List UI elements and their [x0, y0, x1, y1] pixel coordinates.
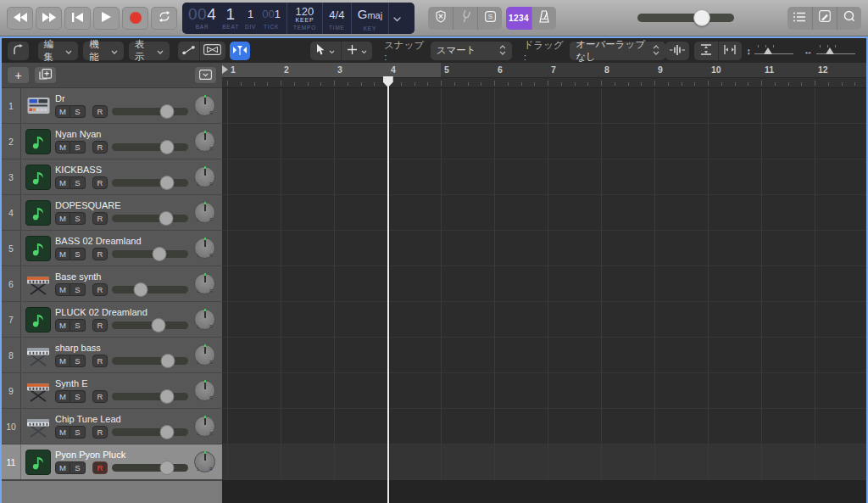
lane-area[interactable]: 123456789101112 [222, 63, 866, 503]
lane-row[interactable] [222, 124, 866, 159]
vertical-auto-zoom-button[interactable] [694, 42, 718, 60]
rewind-button[interactable] [7, 7, 33, 30]
mute-button[interactable]: M [55, 319, 70, 332]
horizontal-auto-zoom-button[interactable] [718, 42, 742, 60]
record-enable-button[interactable]: R [92, 212, 108, 225]
fast-forward-button[interactable] [36, 7, 62, 30]
vertical-zoom-slider[interactable] [754, 43, 798, 59]
pan-knob[interactable]: L R [194, 273, 215, 294]
playhead-line[interactable] [387, 76, 389, 503]
lane-row[interactable] [222, 159, 866, 195]
lcd-key[interactable]: Gmaj KEY [351, 3, 388, 34]
solo-button[interactable]: S [70, 319, 86, 332]
pan-knob[interactable]: L R [194, 451, 215, 472]
record-enable-button[interactable]: R [92, 105, 108, 118]
track-volume-slider[interactable] [112, 428, 188, 436]
solo-button[interactable]: S [70, 461, 86, 474]
solo-button[interactable]: S [70, 248, 86, 260]
record-enable-button[interactable]: R [92, 426, 108, 439]
track-volume-thumb[interactable] [159, 211, 173, 226]
pan-knob[interactable]: L R [194, 416, 215, 437]
lane-row[interactable] [222, 373, 866, 409]
track-volume-thumb[interactable] [159, 140, 174, 154]
record-enable-button[interactable]: R [92, 355, 108, 367]
track-row[interactable]: 4 DOPESQUARE M S R L R [2, 195, 222, 231]
track-volume-slider[interactable] [112, 286, 188, 293]
menu-functions[interactable]: 機能 [83, 42, 124, 60]
solo-button[interactable]: S [70, 212, 86, 225]
solo-button[interactable]: S [70, 390, 86, 403]
vertical-zoom-thumb[interactable] [764, 48, 772, 54]
mute-button[interactable]: M [55, 283, 70, 296]
track-volume-thumb[interactable] [134, 282, 148, 297]
track-row[interactable]: 7 PLUCK 02 Dreamland M S R L R [2, 302, 222, 338]
track-header-options-button[interactable] [195, 67, 216, 83]
track-volume-thumb[interactable] [152, 247, 166, 261]
solo-button[interactable]: S [70, 141, 86, 154]
command-click-tool-menu[interactable] [341, 42, 372, 60]
record-enable-button[interactable]: R [92, 283, 108, 296]
pan-knob[interactable]: L R [194, 131, 215, 152]
track-row[interactable]: 9 Synth E M S R L R [2, 373, 222, 409]
master-volume-thumb[interactable] [693, 9, 710, 26]
track-row[interactable]: 11 Pyon Pyon Pluck M S R L R [2, 444, 222, 480]
track-row[interactable]: 8 sharp bass M S R L R [2, 338, 222, 373]
lane-row[interactable] [222, 338, 866, 373]
pan-knob[interactable]: L R [194, 95, 215, 116]
track-volume-slider[interactable] [112, 357, 188, 365]
track-row[interactable]: 2 Nyan Nyan M S R L R [2, 124, 222, 159]
track-volume-slider[interactable] [112, 143, 188, 151]
play-button[interactable] [93, 7, 120, 30]
beat-ruler[interactable] [222, 77, 866, 88]
pan-knob[interactable]: L R [194, 309, 215, 330]
solo-button[interactable]: S [70, 105, 86, 118]
track-volume-slider[interactable] [112, 108, 188, 115]
track-volume-thumb[interactable] [159, 104, 174, 119]
lcd-tempo[interactable]: 120 KEEP TEMPO [287, 3, 322, 34]
lane-row[interactable] [222, 444, 866, 480]
lcd-position[interactable]: 004 BAR 1 BEAT 1 DIV 001 TICK [182, 3, 287, 34]
note-pads-button[interactable] [812, 7, 837, 30]
solo-button[interactable]: S [70, 176, 86, 189]
lcd-time-signature[interactable]: 4/4 TIME [322, 3, 351, 34]
automation-button[interactable] [178, 42, 199, 60]
back-arrow-button[interactable] [8, 42, 29, 60]
track-volume-thumb[interactable] [159, 425, 174, 439]
track-row[interactable]: 3 KICKBASS M S R L R [2, 159, 222, 195]
track-row[interactable]: 1 Dr M S R L R [2, 88, 222, 124]
horizontal-zoom-thumb[interactable] [826, 48, 834, 54]
lane-row[interactable] [222, 195, 866, 231]
record-enable-button[interactable]: R [92, 141, 108, 154]
waveform-zoom-button[interactable] [665, 42, 689, 60]
track-volume-slider[interactable] [112, 393, 188, 400]
track-volume-thumb[interactable] [159, 461, 174, 475]
record-enable-button[interactable]: R [92, 461, 108, 474]
solo-button[interactable]: S [70, 355, 86, 367]
track-volume-slider[interactable] [112, 215, 188, 222]
record-enable-button[interactable]: R [92, 248, 108, 260]
lane-row[interactable] [222, 231, 866, 266]
pan-knob[interactable]: L R [194, 238, 215, 259]
mute-button[interactable]: M [55, 176, 70, 189]
catch-playhead-button[interactable] [230, 42, 251, 60]
pan-knob[interactable]: L R [194, 344, 215, 366]
tuner-button[interactable] [453, 7, 477, 30]
mute-button[interactable]: M [55, 426, 70, 439]
record-enable-button[interactable]: R [92, 176, 108, 189]
lane-row[interactable] [222, 266, 866, 302]
mute-button[interactable]: M [55, 105, 70, 118]
lcd-dropdown-button[interactable] [388, 3, 405, 34]
mute-button[interactable]: M [55, 248, 70, 260]
duplicate-track-button[interactable] [35, 67, 56, 83]
mute-button[interactable]: M [55, 390, 70, 403]
track-volume-thumb[interactable] [159, 176, 174, 190]
master-volume-slider[interactable] [637, 14, 734, 22]
record-button[interactable] [122, 7, 148, 30]
horizontal-zoom-slider[interactable] [816, 43, 860, 59]
lane-row[interactable] [222, 88, 866, 124]
track-volume-thumb[interactable] [151, 318, 165, 333]
track-volume-thumb[interactable] [160, 354, 175, 368]
mute-button[interactable]: M [55, 461, 70, 474]
pan-knob[interactable]: L R [194, 202, 215, 223]
record-enable-button[interactable]: R [92, 390, 108, 403]
